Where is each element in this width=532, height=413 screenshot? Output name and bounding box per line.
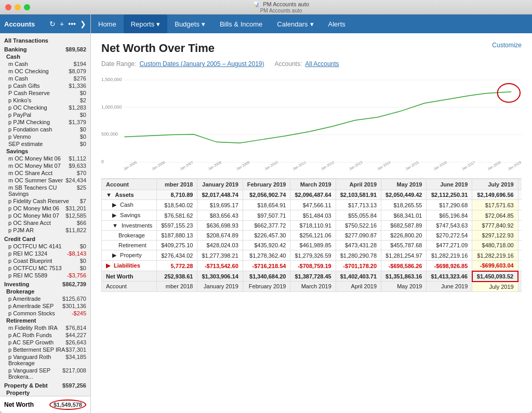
nav-home[interactable]: Home	[91, 15, 124, 33]
net-worth-table: Account mber 2018 January 2019 February …	[101, 179, 522, 292]
list-item[interactable]: m SB Teachers CU Savings$25	[0, 184, 90, 197]
list-item[interactable]: p OCTFCU MC 4141$0	[0, 243, 90, 250]
svg-text:Jan 2012: Jan 2012	[320, 160, 335, 170]
sidebar-subsection-cash: Cash	[0, 53, 90, 60]
list-item[interactable]: p Vanguard SEP Brokera...$217,008	[0, 367, 90, 380]
list-item[interactable]: SEP estimate$0	[0, 140, 90, 148]
list-item[interactable]: p Fondation cash$0	[0, 126, 90, 133]
expand-icon[interactable]: ▼	[112, 222, 118, 229]
table-footer-row: Account mber 2018 January 2019 February …	[102, 282, 522, 292]
list-item[interactable]: p Ameritrade$125,670	[0, 295, 90, 302]
list-item[interactable]: m OC Money Mkt 07$9,633	[0, 162, 90, 169]
sidebar-section-property[interactable]: Property & Debt$597,256	[0, 380, 90, 389]
list-item[interactable]: m Cash$276	[0, 75, 90, 82]
all-transactions[interactable]: All Transactions	[0, 35, 90, 44]
date-range-value[interactable]: Custom Dates (January 2005 – August 2019…	[139, 60, 264, 68]
svg-text:Jan 2013: Jan 2013	[349, 160, 363, 170]
list-item[interactable]: m OC Summer Saver$24,434	[0, 177, 90, 184]
date-range-label: Date Range:	[101, 60, 136, 68]
row-assets-label[interactable]: ▼ Assets	[102, 190, 157, 200]
list-item[interactable]: p PayPal$0	[0, 111, 90, 118]
list-item[interactable]: p AC Roth Funds$44,227	[0, 331, 90, 339]
list-item[interactable]: p Venmo$0	[0, 133, 90, 140]
list-item[interactable]: m OC Share Acct$70	[0, 169, 90, 177]
sidebar-toolbar: Accounts ↻ + ••• ❯	[0, 15, 90, 33]
sidebar-section-banking[interactable]: Banking $89,582	[0, 44, 90, 53]
list-item[interactable]: P Cash Reserve$0	[0, 89, 90, 97]
col-mar2019: March 2019	[290, 179, 336, 190]
list-item[interactable]: p Ameritrade SEP$301,136	[0, 302, 90, 310]
sidebar-net-worth: Net Worth $1,549,578	[0, 396, 90, 413]
list-item[interactable]: p OCTFCU MC 7513$0	[0, 264, 90, 272]
list-item[interactable]: p REI MC 5589-$3,756	[0, 272, 90, 279]
list-item[interactable]: p Coast Blueprint$0	[0, 257, 90, 264]
traffic-lights	[5, 4, 30, 10]
expand-icon[interactable]: ▶	[112, 212, 116, 218]
list-item[interactable]: m OC Checking$8,079	[0, 68, 90, 75]
customize-button[interactable]: Customize	[492, 42, 522, 49]
list-item[interactable]: p PJM AR$11,822	[0, 227, 90, 234]
sidebar-icons: ↻ + ••• ❯	[49, 20, 86, 28]
list-item[interactable]: m OC Money Mkt 06$1,112	[0, 155, 90, 162]
expand-icon[interactable]: ▶	[106, 262, 110, 269]
sidebar-subsection-savings: Savings	[0, 148, 90, 155]
subtitle-text: PM Accounts auto	[260, 8, 302, 14]
sidebar-subsection-property: Property	[0, 389, 90, 396]
nav-alerts[interactable]: Alerts	[321, 15, 353, 33]
add-icon[interactable]: +	[60, 20, 64, 28]
table-row: ▶ Savings $76,581.62 $83,656.43 $97,507.…	[102, 210, 522, 221]
more-icon[interactable]: •••	[68, 20, 76, 28]
net-worth-label: Net Worth	[4, 401, 34, 408]
minimize-button[interactable]	[15, 4, 21, 10]
svg-text:1,000,000: 1,000,000	[101, 104, 122, 110]
refresh-icon[interactable]: ↻	[49, 20, 56, 28]
maximize-button[interactable]	[24, 4, 30, 10]
sidebar: Accounts ↻ + ••• ❯ All Transactions Bank…	[0, 15, 91, 413]
expand-icon[interactable]: ▶	[112, 252, 116, 258]
list-item[interactable]: p REI MC 1324-$8,143	[0, 250, 90, 257]
title-text: PM Accounts auto	[263, 1, 309, 7]
list-item[interactable]: p Common Stocks-$245	[0, 310, 90, 317]
svg-text:Jan 2019: Jan 2019	[507, 160, 522, 170]
svg-text:Jan 2009: Jan 2009	[235, 160, 250, 170]
svg-text:Jan 2010: Jan 2010	[264, 160, 278, 170]
list-item[interactable]: p AC SEP Growth$26,643	[0, 339, 90, 346]
list-item[interactable]: p PJM Checking$1,379	[0, 118, 90, 126]
col-apr2019: April 2019	[336, 179, 381, 190]
expand-icon[interactable]: ▶	[112, 202, 116, 208]
list-item[interactable]: p OC Money Mkt 07$12,585	[0, 212, 90, 219]
sidebar-section-investing[interactable]: Investing$862,739	[0, 279, 90, 288]
list-item[interactable]: p Betterment SEP IRA$37,301	[0, 346, 90, 353]
svg-text:Jan 2017: Jan 2017	[461, 160, 476, 170]
collapse-icon[interactable]: ❯	[80, 20, 86, 28]
nav-bills[interactable]: Bills & Income	[212, 15, 270, 33]
accounts-label: Accounts:	[275, 60, 302, 68]
sidebar-section-creditcard[interactable]: Credit Card	[0, 234, 90, 243]
list-item[interactable]: p OC Money Mkt 06$31,201	[0, 205, 90, 212]
list-item[interactable]: p OC Checking$1,283	[0, 104, 90, 111]
svg-text:Jan 2006: Jan 2006	[151, 160, 166, 170]
list-item[interactable]: p Kinko's$2	[0, 97, 90, 104]
page-title: Net Worth Over Time	[101, 42, 215, 55]
nav-calendars[interactable]: Calendars ▾	[270, 15, 321, 33]
list-item[interactable]: p OC Share Acct$66	[0, 219, 90, 227]
expand-icon[interactable]: ▼	[106, 192, 112, 198]
sidebar-subsection-retirement: Retirement	[0, 317, 90, 324]
dropdown-icon: ▾	[310, 20, 314, 28]
sidebar-title: Accounts	[4, 20, 35, 28]
accounts-value[interactable]: All Accounts	[305, 60, 339, 68]
nav-budgets[interactable]: Budgets ▾	[167, 15, 212, 33]
page-header: Net Worth Over Time Customize	[101, 42, 522, 55]
list-item[interactable]: p Cash Gifts$1,336	[0, 82, 90, 89]
list-item[interactable]: m Fidelity Roth IRA$76,814	[0, 324, 90, 331]
col-nov2018: mber 2018	[157, 179, 197, 190]
close-button[interactable]	[5, 4, 11, 10]
table-row: ▶ Liabilities 5,772.28 -$713,542.60 -$71…	[102, 261, 522, 271]
dropdown-icon: ▾	[156, 20, 160, 28]
list-item[interactable]: p Fidelity Cash Reserve$7	[0, 197, 90, 205]
net-worth-chart: 1,500,000 1,000,000 500,000 0 Jan 2005	[101, 75, 522, 178]
nav-reports[interactable]: Reports ▾	[124, 15, 168, 33]
list-item[interactable]: m Cash$194	[0, 60, 90, 68]
svg-text:Jan 2007: Jan 2007	[179, 160, 194, 170]
list-item[interactable]: p Vanguard Roth Brokerage$34,185	[0, 353, 90, 367]
